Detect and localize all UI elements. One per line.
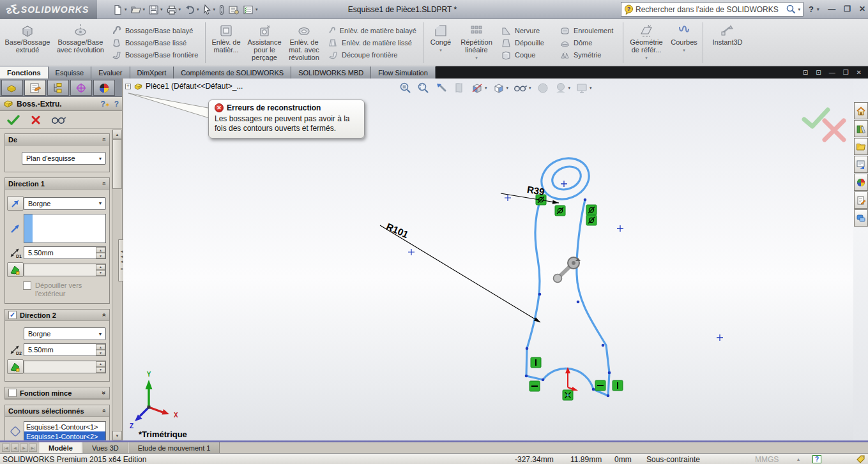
doc-minimize-button[interactable]: — [829,69,835,76]
scroll-first-icon[interactable]: |◀ [2,444,10,452]
tab-feature-manager[interactable] [1,80,23,96]
lofted-boss-button[interactable]: Bossage/Base lissé [112,38,199,48]
instant3d-button[interactable]: Instant3D [705,20,750,65]
reverse-direction-button[interactable] [7,196,24,211]
minimize-button[interactable]: — [828,4,835,13]
pattern-dropdown-caret[interactable]: ▾ [475,54,478,62]
collapse-chevron-icon[interactable]: » [101,409,108,413]
collapse-chevron-icon[interactable]: » [101,182,108,186]
measure-button[interactable] [218,3,225,17]
combo-arrow-icon[interactable]: ▼ [95,198,105,209]
task-pane-custom-properties-button[interactable] [854,191,868,209]
doc-viewport-icon[interactable]: ⊡ [803,69,808,76]
scroll-down-icon[interactable]: ▼ [112,431,122,440]
quick-tips-button[interactable]: ? [812,455,821,463]
search-dropdown-caret[interactable]: ▾ [798,7,800,12]
start-condition-combo[interactable]: Plan d'esquisse ▼ [22,152,106,165]
tab-3d-views[interactable]: Vues 3D [82,442,128,453]
thin-feature-checkbox[interactable] [8,389,17,397]
graphics-viewport[interactable]: R39 R101 [123,79,853,440]
close-button[interactable]: ✕ [859,4,865,13]
doc-close-button[interactable]: ✕ [857,69,862,76]
dome-button[interactable]: Dôme [560,38,616,48]
boundary-boss-button[interactable]: Bossage/Base frontière [112,50,199,60]
undo-button[interactable]: ▾ [183,3,200,17]
options-button[interactable]: ▾ [242,3,259,17]
contour-list-item-selected[interactable]: Esquisse1-Contour<2> [24,431,105,440]
fillet-button[interactable]: Congé ▾ [425,20,456,65]
help-menu[interactable]: ?▾ [809,4,819,14]
fillet-dropdown-caret[interactable]: ▾ [439,47,442,54]
tree-expander-icon[interactable]: + [125,84,131,89]
tab-property-manager[interactable] [24,80,46,96]
curves-button[interactable]: Courbes ▾ [667,20,701,65]
spin-down-icon[interactable]: ▼ [96,253,105,258]
task-pane-file-explorer-button[interactable] [854,138,868,155]
display-style-button[interactable]: ▾ [492,82,509,94]
help-search-box[interactable]: ? ▾ [621,2,803,17]
dimension-r101[interactable]: R101 [380,221,540,322]
mirror-button[interactable]: Symétrie [560,50,616,60]
doc-restore-button[interactable]: ❐ [843,69,849,76]
scrollbar-thumb[interactable] [112,139,122,189]
direction2-checkbox[interactable]: ✓ [8,311,17,319]
end-condition2-combo[interactable]: Borgne ▼ [24,327,106,340]
scroll-up-icon[interactable]: ▲ [112,130,122,139]
tab-evaluer[interactable]: Evaluer [91,66,130,79]
tab-model[interactable]: Modèle [39,442,82,453]
linear-pattern-button[interactable]: Répétition linéaire ▾ [456,20,497,65]
section-from-header[interactable]: De » [5,134,109,146]
zoom-to-fit-button[interactable] [399,82,412,94]
tab-display-manager[interactable] [93,80,115,96]
shell-button[interactable]: Coque [501,50,551,60]
task-pane-view-palette-button[interactable] [854,156,868,173]
combo-arrow-icon[interactable]: ▼ [95,328,105,340]
swept-cut-button[interactable]: Enlèv. de matière balayé [328,26,416,36]
section-direction2-header[interactable]: ✓ Direction 2 » [5,310,109,321]
revolved-boss-button[interactable]: Bossage/Base avec révolution [54,20,107,65]
depth1-spinner[interactable]: 5.50mm ▲▼ [24,246,106,259]
tab-flow-simulation[interactable]: Flow Simulation [371,66,436,79]
tab-complements[interactable]: Compléments de SOLIDWORKS [174,66,291,79]
draft-outward-checkbox[interactable] [23,281,31,290]
search-icon[interactable] [786,4,796,15]
task-pane-appearances-button[interactable] [854,174,868,191]
confirmation-corner[interactable] [804,110,844,140]
task-pane-resources-button[interactable] [854,102,868,119]
extruded-boss-button[interactable]: Base/Bossage extrudé [1,20,54,65]
collapse-chevron-icon[interactable]: » [101,138,108,142]
file-properties-button[interactable] [227,3,240,17]
scroll-prev-icon[interactable]: ◀ [11,444,19,452]
spin-up-icon[interactable]: ▲ [96,247,105,253]
curves-dropdown-caret[interactable]: ▾ [683,47,685,54]
revolved-cut-button[interactable]: Enlèv. de mat. avec révolution [284,20,324,65]
end-condition1-combo[interactable]: Borgne ▼ [24,197,106,210]
lofted-cut-button[interactable]: Enlèv. de matière lissé [328,38,416,48]
section-direction1-header[interactable]: Direction 1 » [5,178,109,190]
collapse-chevron-icon[interactable]: » [101,313,108,317]
contour-list-item[interactable]: Esquisse1-Contour<1> [24,422,105,431]
help-icon[interactable]: ? [114,100,119,109]
boundary-cut-button[interactable]: Découpe frontière [328,50,416,60]
new-document-button[interactable]: ▾ [112,3,128,17]
tab-motion-study[interactable]: Etude de mouvement 1 [128,442,220,453]
feature-tree-root[interactable]: + Pièce1 (Défaut<<Défaut>_... [125,82,243,91]
select-button[interactable]: ▾ [202,3,217,17]
restore-button[interactable]: ❐ [844,4,851,13]
reference-geometry-button[interactable]: Géométrie de référ... ▾ [625,20,667,65]
search-input[interactable] [634,4,786,15]
tag-icon[interactable] [856,454,865,464]
units-caret-icon[interactable]: ▴ [797,456,800,462]
swept-boss-button[interactable]: Bossage/Base balayé [112,26,199,36]
dimension-r39[interactable]: R39 [501,184,559,204]
expand-chevron-icon[interactable]: » [101,391,108,395]
selected-contours-list[interactable]: Esquisse1-Contour<1> Esquisse1-Contour<2… [24,421,106,440]
panel-scrollbar[interactable]: ▲ ▼ [112,130,122,440]
spin-down-icon[interactable]: ▼ [96,350,105,355]
task-pane-forum-button[interactable] [854,209,868,227]
scroll-last-icon[interactable]: ▶| [29,444,37,452]
previous-view-button[interactable] [435,82,448,94]
tab-mbd[interactable]: SOLIDWORKS MBD [291,66,371,79]
tab-configuration-manager[interactable] [47,80,69,96]
whats-new-help-icon[interactable]: ?✶ [101,100,110,109]
